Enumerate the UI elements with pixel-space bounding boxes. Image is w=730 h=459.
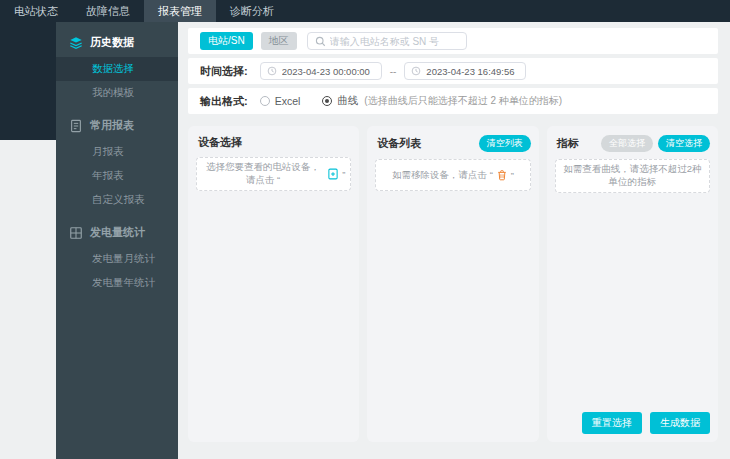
start-time-input[interactable] <box>282 66 375 77</box>
sidebar-group-label: 常用报表 <box>90 118 134 133</box>
sidebar-item-custom-report[interactable]: 自定义报表 <box>56 188 178 212</box>
dropzone-text: 如需移除设备，请点击 “ <box>392 169 493 182</box>
sidebar-item-power-yearly[interactable]: 发电量年统计 <box>56 271 178 295</box>
nav-item-report-management[interactable]: 报表管理 <box>144 0 216 22</box>
radio-excel-label: Excel <box>275 95 301 107</box>
filter-row: 电站/SN 地区 <box>188 28 718 54</box>
sidebar-item-my-templates[interactable]: 我的模板 <box>56 81 178 105</box>
nav-item-diagnosis[interactable]: 诊断分析 <box>216 0 288 22</box>
end-time-input[interactable] <box>426 66 519 77</box>
device-select-panel: 设备选择 选择您要查看的电站设备，请点击 “ ” <box>188 126 359 442</box>
top-nav: 电站状态 故障信息 报表管理 诊断分析 <box>0 0 730 22</box>
left-nav-strip <box>0 22 56 140</box>
sidebar-item-data-selection[interactable]: 数据选择 <box>56 57 178 81</box>
time-range-separator: -- <box>390 66 397 77</box>
generate-data-button[interactable]: 生成数据 <box>650 412 710 434</box>
output-format-label: 输出格式: <box>200 94 248 109</box>
device-list-dropzone[interactable]: 如需移除设备，请点击 “ ” <box>375 159 530 191</box>
sidebar: 历史数据 数据选择 我的模板 常用报表 月报表 年报表 自定义报表 发电量统计 … <box>56 22 178 459</box>
radio-excel[interactable]: Excel <box>260 95 301 107</box>
sidebar-group-power-statistics[interactable]: 发电量统计 <box>56 212 178 247</box>
device-list-panel: 设备列表 清空列表 如需移除设备，请点击 “ ” <box>367 126 538 442</box>
search-icon <box>315 36 326 47</box>
sidebar-item-monthly-report[interactable]: 月报表 <box>56 140 178 164</box>
clock-icon <box>267 66 277 76</box>
layers-icon <box>69 36 83 50</box>
radio-icon[interactable] <box>260 96 270 106</box>
nav-item-station-status[interactable]: 电站状态 <box>0 0 72 22</box>
time-row: 时间选择: -- <box>188 58 718 84</box>
dropzone-text: 选择您要查看的电站设备，请点击 “ <box>202 161 324 187</box>
sidebar-item-yearly-report[interactable]: 年报表 <box>56 164 178 188</box>
clock-icon <box>411 66 421 76</box>
dropzone-text: 如需查看曲线，请选择不超过2种单位的指标 <box>561 163 704 189</box>
sidebar-group-label: 发电量统计 <box>90 225 145 240</box>
selection-panels: 设备选择 选择您要查看的电站设备，请点击 “ ” 设备列表 清空列表 如需移除设… <box>188 126 718 442</box>
panel-actions: 重置选择 生成数据 <box>582 412 710 434</box>
start-time-field[interactable] <box>260 62 382 80</box>
device-select-dropzone[interactable]: 选择您要查看的电站设备，请点击 “ ” <box>196 157 351 191</box>
sidebar-group-history-data[interactable]: 历史数据 <box>56 22 178 57</box>
report-icon <box>69 119 83 133</box>
tab-station-sn[interactable]: 电站/SN <box>200 32 253 50</box>
dropzone-text: ” <box>342 169 345 180</box>
grid-icon <box>69 226 83 240</box>
indicators-dropzone[interactable]: 如需查看曲线，请选择不超过2种单位的指标 <box>555 159 710 193</box>
device-select-title: 设备选择 <box>198 135 351 150</box>
radio-curve[interactable]: 曲线 <box>322 94 358 108</box>
clear-selection-button[interactable]: 清空选择 <box>658 135 710 152</box>
select-all-button[interactable]: 全部选择 <box>601 135 653 152</box>
end-time-field[interactable] <box>404 62 526 80</box>
nav-item-fault-info[interactable]: 故障信息 <box>72 0 144 22</box>
format-hint-text: (选择曲线后只能选择不超过 2 种单位的指标) <box>364 94 562 108</box>
clear-list-button[interactable]: 清空列表 <box>479 135 531 152</box>
device-list-header: 设备列表 清空列表 <box>367 126 538 159</box>
sidebar-group-common-reports[interactable]: 常用报表 <box>56 105 178 140</box>
format-row: 输出格式: Excel 曲线 (选择曲线后只能选择不超过 2 种单位的指标) <box>188 88 718 114</box>
search-input[interactable] <box>330 36 459 47</box>
radio-selected-icon[interactable] <box>322 96 332 106</box>
indicators-header: 指标 全部选择 清空选择 <box>547 126 718 159</box>
device-list-title: 设备列表 <box>377 136 473 151</box>
device-select-header: 设备选择 <box>188 126 359 157</box>
main-content: 电站/SN 地区 时间选择: -- 输出格式: Ex <box>178 22 730 459</box>
dropzone-text: ” <box>511 170 514 181</box>
station-search-box <box>307 32 467 50</box>
radio-curve-label: 曲线 <box>337 94 358 108</box>
time-select-label: 时间选择: <box>200 64 248 79</box>
indicators-panel: 指标 全部选择 清空选择 如需查看曲线，请选择不超过2种单位的指标 重置选择 生… <box>547 126 718 442</box>
sidebar-item-power-monthly[interactable]: 发电量月统计 <box>56 247 178 271</box>
reset-selection-button[interactable]: 重置选择 <box>582 412 642 434</box>
add-document-icon <box>327 168 339 180</box>
trash-icon <box>496 169 508 181</box>
tab-region[interactable]: 地区 <box>261 32 297 50</box>
sidebar-group-label: 历史数据 <box>90 35 134 50</box>
indicators-title: 指标 <box>557 136 596 151</box>
